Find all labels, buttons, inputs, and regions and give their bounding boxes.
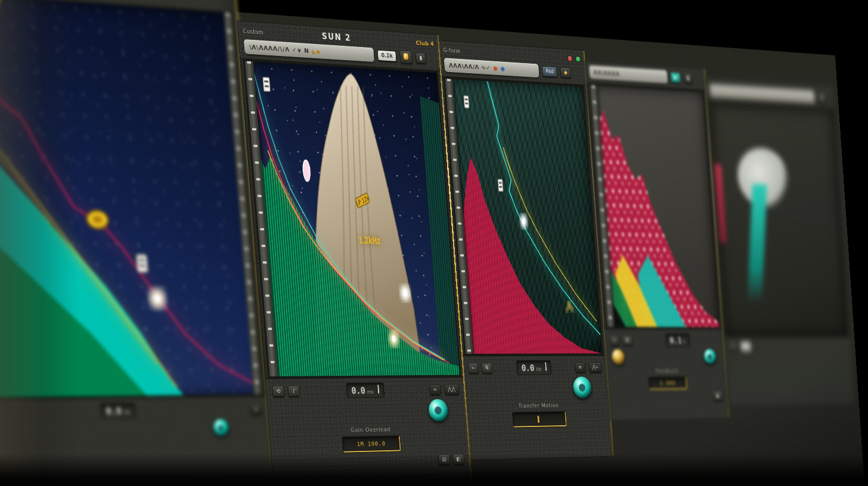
- footer-4: ⌁ Ν 0.1 k Feedback 1.000 ♟: [604, 328, 729, 420]
- input-value-3: ▌: [537, 416, 541, 422]
- readout-value-2: 0.0: [351, 385, 365, 396]
- value-readout-4[interactable]: 0.1 k: [665, 334, 690, 347]
- dashboard-screen: ⟲ ♪ 0.0 dB ≈ Custom SUN 2 Club 4: [0, 0, 868, 486]
- chart-viewport-1[interactable]: [0, 0, 264, 400]
- amber-flag-icon: ◣◆: [312, 48, 321, 54]
- toolbar-pill-4[interactable]: ΛΛ\ΛΛΛΛ: [589, 66, 668, 84]
- footer-3: ⌁ Ν 0.0 Hz ≡ ⋀⌁ Transfer Motion ▌: [462, 355, 613, 460]
- grid-button-2[interactable]: ▤: [438, 454, 451, 465]
- readout-value-4: 0.1: [669, 335, 682, 345]
- wave-button-4[interactable]: Ν: [622, 335, 633, 345]
- readout-unit-4: k: [683, 339, 686, 344]
- toolbar-glyphs-3: ΛΛΛ\ΛΛ/Λ ∿✓: [449, 62, 491, 71]
- peaks-button-2[interactable]: ⋀⋀: [444, 384, 460, 395]
- chart-viewport-3[interactable]: [444, 77, 603, 355]
- channel-panel-5: ▮ ⌁ —: [705, 77, 855, 406]
- teal-button-4[interactable]: ▶: [671, 72, 681, 83]
- readout-unit-1: dB: [123, 409, 130, 415]
- wave-button-2[interactable]: ♪: [288, 385, 300, 397]
- curve-button-2[interactable]: ≈: [429, 384, 441, 395]
- input-value-2: 1M 100.0: [356, 440, 386, 448]
- footer-1: ⟲ ♪ 0.0 dB ≈: [0, 395, 274, 486]
- input-value-4: 1.000: [659, 379, 675, 386]
- power-orb-button-4[interactable]: [703, 349, 717, 364]
- chart-canvas-1: [0, 0, 262, 398]
- wave-button-3[interactable]: Ν: [481, 363, 492, 373]
- gold-badge-label-2: Club 4: [416, 39, 434, 48]
- menu-button-2[interactable]: ▮: [416, 52, 426, 64]
- power-orb-button-2[interactable]: [428, 399, 449, 422]
- user-button-4[interactable]: ♟: [712, 391, 723, 401]
- channel-panel-2: Custom SUN 2 Club 4 \Λ\ΛΛΛΛ/\/Λ ✓∨ Ν ◣◆ …: [237, 21, 472, 486]
- split-button-2[interactable]: ◧: [452, 454, 465, 465]
- scene: ⟲ ♪ 0.0 dB ≈ Custom SUN 2 Club 4: [0, 0, 868, 486]
- svg-text:1.2kHz: 1.2kHz: [358, 235, 380, 246]
- menu-button-5[interactable]: ▮: [817, 92, 826, 102]
- panel-title-2: SUN 2: [321, 32, 351, 43]
- readout-cursor-2: [378, 385, 380, 393]
- value-input-3[interactable]: ▌: [513, 412, 567, 427]
- freq-button-2[interactable]: 0.1k: [377, 50, 397, 62]
- value-input-2[interactable]: 1M 100.0: [342, 436, 401, 453]
- pad-button-3[interactable]: Pad: [542, 66, 557, 77]
- power-orb-button-1[interactable]: [213, 419, 230, 437]
- curve-button-3[interactable]: ≡: [575, 362, 586, 372]
- readout-value-1: 0.0: [106, 406, 122, 417]
- toolbar-pill-5[interactable]: [709, 84, 815, 103]
- footer-5: ⌁ —: [723, 337, 855, 406]
- toolbar-glyphs-2: \Λ\ΛΛΛΛ/\/Λ ✓∨ Ν: [249, 43, 309, 55]
- button-a-5[interactable]: ⌁: [728, 342, 738, 352]
- chart-viewport-5[interactable]: [709, 102, 848, 337]
- status-dot-red: [568, 56, 572, 61]
- chart-canvas-2: LP 12k1.2kHz: [245, 61, 460, 376]
- chart-viewport-2[interactable]: LP 12k1.2kHz: [243, 60, 461, 378]
- value-input-4[interactable]: 1.000: [649, 377, 687, 390]
- peaks-button-3[interactable]: ⋀⌁: [588, 362, 602, 372]
- panel-eyebrow-label-3: G-form: [443, 47, 460, 54]
- status-dot-green: [576, 57, 580, 61]
- gold-button-3[interactable]: ◆: [560, 67, 571, 79]
- readout-value-3: 0.0: [521, 363, 534, 373]
- channel-panel-1: ⟲ ♪ 0.0 dB ≈: [0, 0, 274, 486]
- footer-label-3: Transfer Motion: [519, 403, 559, 409]
- toolbar-glyphs-4: ΛΛ\ΛΛΛΛ: [593, 69, 620, 77]
- footer-label-4: Feedback: [656, 368, 679, 374]
- blue-dot-icon: ●: [500, 65, 506, 72]
- orange-dot-icon: ●: [493, 64, 498, 71]
- menu-button-4[interactable]: ▮: [683, 73, 693, 84]
- undo-button-3[interactable]: ⌁: [468, 363, 479, 373]
- undo-button-4[interactable]: ⌁: [609, 335, 619, 345]
- panel-eyebrow-label-2: Custom: [243, 28, 264, 36]
- value-readout-1[interactable]: 0.0 dB: [100, 403, 136, 419]
- readout-unit-2: ms: [367, 389, 374, 394]
- undo-button-2[interactable]: ⟲: [272, 385, 285, 397]
- bell-button-2[interactable]: [399, 50, 413, 64]
- chart-canvas-5: [711, 104, 847, 335]
- gold-orb-button-4[interactable]: [611, 349, 625, 364]
- amber-bell-icon: [404, 53, 409, 60]
- chart-viewport-4[interactable]: [588, 84, 720, 329]
- power-orb-button-3[interactable]: [572, 376, 592, 398]
- footer-label-2: Gain Overload: [351, 426, 391, 433]
- readout-unit-3: Hz: [536, 366, 541, 372]
- footer-2: ⟲ ♪ 0.0 ms ≈ ⋀⋀ Gain Overload 1M 100.0 ▤…: [265, 376, 472, 486]
- readout-cursor-3: [545, 362, 546, 370]
- curve-button-1[interactable]: ≈: [249, 403, 262, 415]
- value-readout-3[interactable]: 0.0 Hz: [516, 360, 551, 375]
- value-readout-2[interactable]: 0.0 ms: [346, 382, 385, 398]
- button-b-5[interactable]: —: [740, 342, 751, 352]
